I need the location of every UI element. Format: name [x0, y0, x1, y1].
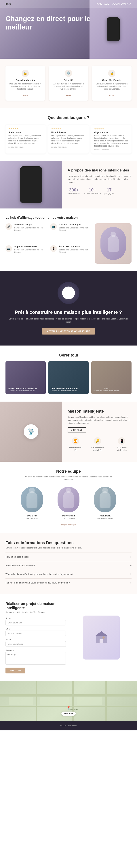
- feature-link-1[interactable]: PLUS: [66, 95, 71, 97]
- feature-title-1: Sécurité: [52, 79, 85, 82]
- footer: © 2024 Smart Home: [0, 721, 137, 731]
- nav-logo: logo: [5, 2, 11, 5]
- contact-form-area: Réaliser un projet de maison intelligent…: [5, 601, 66, 674]
- images-link[interactable]: Images de freepik: [61, 524, 76, 526]
- faq-toggle-1[interactable]: +: [130, 564, 132, 567]
- testimonial-card-0: ★★★★★ Stella Larson Lorem ipsum dolor si…: [5, 125, 46, 154]
- manage-card-title-2: Suri: [94, 387, 119, 390]
- contact-description: Sample text. Click to select the Text El…: [5, 611, 66, 613]
- hub-item-title-0: Assistant Google: [14, 223, 47, 226]
- faq-toggle-2[interactable]: +: [130, 572, 132, 576]
- hero-title: Changez en direct pour le meilleur: [5, 14, 97, 31]
- phone-input[interactable]: [5, 641, 66, 647]
- features-section: 🔒 Contrôle d'accès Duis aute irure dolor…: [0, 59, 137, 108]
- team-role-1: Chef consultante: [52, 518, 85, 520]
- feature-desc-2: Duis aute irure dolor in reprehenderit i…: [96, 83, 128, 90]
- manage-card-1: Contrôleur de température Sample text. C…: [48, 361, 89, 394]
- feature-link-2[interactable]: PLUS: [109, 95, 114, 97]
- stat-label-1: années d'expérience: [84, 192, 101, 194]
- message-input[interactable]: [5, 652, 66, 665]
- hub-item-desc-2: Sample text. Click to select the Text El…: [14, 249, 47, 254]
- manage-card-desc-2: Sample text. Click to select the text: [94, 390, 119, 392]
- submit-button[interactable]: ENVOYER: [5, 668, 26, 674]
- about-heading: À propos des maisons intelligentes: [67, 168, 132, 173]
- hero-phone-graphic: [107, 18, 120, 41]
- smart-features: 📶 Se connecte aux Fil 🔑 Clé de manière c…: [67, 437, 132, 454]
- hub-heading: Le hub d'affichage tout-en-un de votre m…: [5, 216, 132, 220]
- testimonial-cards: ★★★★★ Stella Larson Lorem ipsum dolor si…: [5, 125, 132, 154]
- hub-grid: 🎤 Assistant Google Sample text. Click to…: [5, 223, 91, 264]
- smart-feature-icon-0: 📶: [72, 437, 79, 445]
- team-description: Ut enim ad minim veniam, quis nostrud ex…: [23, 475, 114, 481]
- hub-icon-1: 📺: [50, 223, 57, 230]
- testimonial-card-2: ★★★★★ Olga Ivanova Proin sed libero enim…: [91, 125, 132, 154]
- faq-item-0[interactable]: How much does it cost ? +: [5, 553, 132, 561]
- stat-label-2: prix gagnés: [104, 192, 114, 194]
- smart-feature-1: 🔑 Clé de manière centralisée: [87, 437, 108, 454]
- stat-1: 10+ années d'expérience: [84, 187, 101, 194]
- smart-feature-0: 📶 Se connecte aux Fil: [67, 437, 83, 454]
- smart-feature-label-2: Applications intelligentes: [112, 446, 132, 452]
- feature-card-2: 🔒 Contrôle d'accès Duis aute irure dolor…: [92, 66, 132, 100]
- feature-card-0: 🔒 Contrôle d'accès Duis aute irure dolor…: [5, 66, 45, 100]
- hub-item-1: 📺 Chrome Cast intégré Sample text. Click…: [50, 223, 91, 242]
- feature-desc-0: Duis aute irure dolor in reprehenderit i…: [9, 83, 41, 90]
- testimonial-date-1: LOREM IPSUM PAIN: [51, 146, 86, 148]
- team-card-0: Bob Brun chef consultant: [15, 487, 48, 521]
- feature-link-0[interactable]: PLUS: [23, 95, 28, 97]
- smart-button[interactable]: VOIR PLUS: [67, 427, 86, 433]
- cta-device-inner: [62, 286, 75, 299]
- hub-item-title-2: Appareil photo 6,5MP: [14, 245, 47, 248]
- team-card-1: Mary Smith Chef consultante: [52, 487, 85, 521]
- about-content: À propos des maisons intelligentes Lorem…: [62, 161, 137, 209]
- hub-icon-0: 🎤: [5, 223, 12, 230]
- team-avatar-0: [21, 487, 43, 513]
- faq-item-2[interactable]: What education and/or training do you ha…: [5, 570, 132, 578]
- faq-item-3[interactable]: Nunc ut ornit nibh dolor. Integer iaculi…: [5, 578, 132, 587]
- email-input[interactable]: [5, 630, 66, 636]
- cta-heading: Prêt à construire une maison plus intell…: [5, 309, 132, 315]
- faq-toggle-3[interactable]: +: [130, 581, 132, 584]
- team-person-0: [27, 491, 38, 508]
- stat-number-0: 300+: [67, 187, 80, 192]
- faq-question-2: What education and/or training do you ha…: [5, 573, 73, 576]
- faq-item-1[interactable]: How Often Are Your Services? +: [5, 561, 132, 570]
- faq-heading: Faits et informations Des questions: [5, 540, 132, 545]
- name-label: Name: [5, 617, 66, 619]
- manage-card-title-0: Vidéosurveillance extérieure: [8, 387, 38, 390]
- nav-links: HOME PAGE ABOUT COMPANY: [96, 3, 132, 5]
- testimonial-name-1: Nick Johnson: [51, 131, 86, 134]
- nav-about[interactable]: ABOUT COMPANY: [112, 3, 132, 5]
- hub-item-2: 📷 Appareil photo 6,5MP Sample text. Clic…: [5, 245, 47, 264]
- manage-card-0: Vidéosurveillance extérieure Sample text…: [5, 361, 46, 394]
- hub-item-text-1: Chrome Cast intégré Sample text. Click t…: [59, 223, 91, 232]
- hub-item-title-1: Chrome Cast intégré: [59, 223, 91, 226]
- nav-home[interactable]: HOME PAGE: [96, 3, 109, 5]
- cta-description: Lorem ipsum dolor sit amet, consectetur …: [5, 317, 132, 323]
- cta-button[interactable]: ABTENIR UNE ESTIMATION GRATUITE: [42, 328, 95, 335]
- team-name-0: Bob Brun: [15, 514, 48, 517]
- hub-right: [95, 223, 132, 264]
- manage-section: Gérer tout Vidéosurveillance extérieure …: [0, 345, 137, 402]
- faq-toggle-0[interactable]: +: [130, 555, 132, 559]
- svg-rect-10: [77, 697, 102, 705]
- name-input[interactable]: [5, 620, 66, 625]
- team-name-2: Nick Dark: [89, 514, 122, 517]
- feature-title-2: Contrôle d'accès: [96, 79, 128, 82]
- stat-0: 300+ clients satisfaits: [67, 187, 80, 194]
- svg-point-3: [102, 637, 105, 639]
- hub-item-desc-1: Sample text. Click to select the Text El…: [59, 227, 91, 232]
- faq-section: Faits et informations Des questions Samp…: [0, 533, 137, 594]
- team-role-2: directeur des ventes: [89, 518, 122, 520]
- manage-card-content-0: Vidéosurveillance extérieure Sample text…: [5, 385, 40, 394]
- testimonial-date-0: LOREM IPSUM PAIN: [8, 146, 43, 148]
- testimonials-heading: Que disent les gens ?: [5, 115, 132, 120]
- stat-2: 17 prix gagnés: [104, 187, 114, 194]
- feature-cards: 🔒 Contrôle d'accès Duis aute irure dolor…: [5, 66, 132, 100]
- manage-card-content-1: Contrôleur de température Sample text. C…: [48, 385, 80, 394]
- email-label: Email: [5, 628, 66, 630]
- manage-card-desc-1: Sample text. Click to select the text: [51, 390, 78, 392]
- about-stats: 300+ clients satisfaits 10+ années d'exp…: [67, 187, 132, 194]
- faq-question-3: Nunc ut ornit nibh dolor. Integer iaculi…: [5, 582, 70, 584]
- smart-feature-label-1: Clé de manière centralisée: [87, 446, 108, 452]
